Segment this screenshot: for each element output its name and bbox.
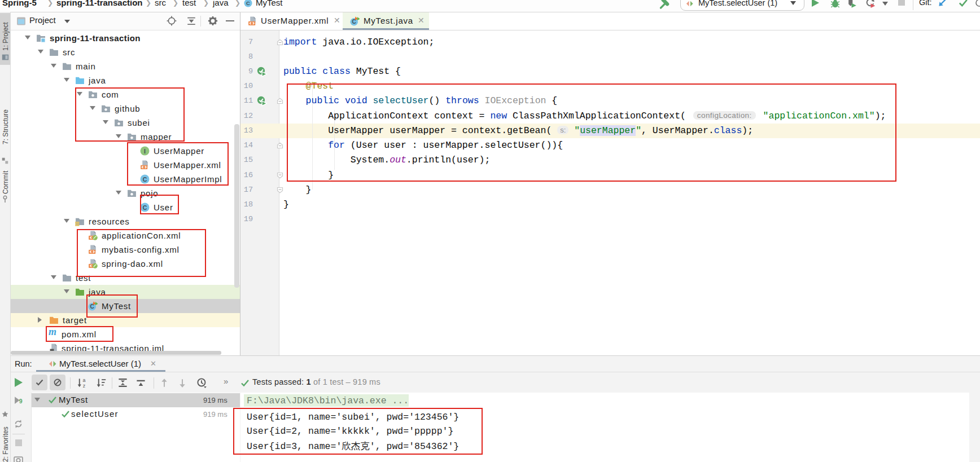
svg-text:9: 9 bbox=[19, 398, 23, 404]
svg-text:z: z bbox=[83, 383, 85, 388]
svg-text:C: C bbox=[352, 19, 356, 25]
svg-text:C: C bbox=[246, 1, 250, 6]
